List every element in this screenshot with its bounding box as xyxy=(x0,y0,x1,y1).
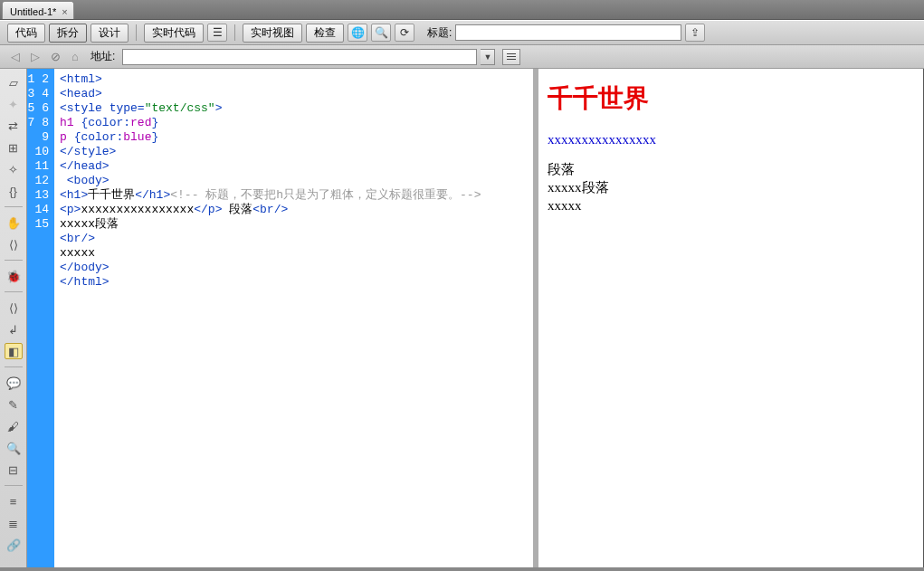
bottom-border xyxy=(0,567,924,571)
live-code-options-icon[interactable]: ☰ xyxy=(207,24,227,42)
inspect-button[interactable]: 检查 xyxy=(306,24,344,43)
globe-icon[interactable]: 🌐 xyxy=(348,24,367,42)
star-icon[interactable]: ✧ xyxy=(5,161,23,177)
address-toolbar: ◁ ▷ ⊘ ⌂ 地址: ▼ xyxy=(0,45,924,69)
title-input[interactable] xyxy=(455,24,681,41)
toolbar-separator xyxy=(136,24,137,41)
comment-edit-icon[interactable]: ✎ xyxy=(5,396,23,413)
address-label: 地址: xyxy=(90,49,115,64)
tag-icon[interactable]: ⟨⟩ xyxy=(5,236,23,252)
ruler-icon[interactable]: ⊟ xyxy=(5,462,23,478)
find-icon[interactable]: 🔍 xyxy=(5,440,23,456)
wand-icon[interactable]: ✦ xyxy=(5,96,23,112)
code-editor[interactable]: <html> <head> <style type="text/css"> h1… xyxy=(54,69,533,567)
title-label: 标题: xyxy=(427,25,452,41)
palette-separator xyxy=(5,366,23,367)
document-tab[interactable]: Untitled-1* × xyxy=(2,1,74,19)
left-palette: ▱ ✦ ⇄ ⊞ ✧ {} ✋ ⟨⟩ 🐞 ⟨⟩ ↲ ◧ 💬 ✎ 🖌 🔍 ⊟ ≡ ≣… xyxy=(0,69,27,567)
stop-icon[interactable]: ⊘ xyxy=(47,49,63,65)
hand-icon[interactable]: ✋ xyxy=(5,214,23,231)
upload-icon[interactable]: ⇪ xyxy=(685,24,705,42)
palette-separator xyxy=(5,206,23,207)
address-input[interactable] xyxy=(122,49,477,65)
preview-options-icon[interactable]: 🔍 xyxy=(371,24,391,42)
live-view-button[interactable]: 实时视图 xyxy=(243,24,302,43)
code-nav-icon[interactable]: ⟨⟩ xyxy=(5,300,23,316)
new-document-icon[interactable]: ▱ xyxy=(5,74,23,90)
list-icon[interactable] xyxy=(502,49,520,65)
bug-icon[interactable]: 🐞 xyxy=(5,268,23,284)
forward-icon[interactable]: ▷ xyxy=(27,49,43,65)
preview-heading: 千千世界 xyxy=(548,81,914,116)
preview-text-line: xxxxx段落 xyxy=(548,178,914,196)
close-icon[interactable]: × xyxy=(62,6,67,17)
preview-paragraph: xxxxxxxxxxxxxxxx xyxy=(548,132,914,148)
grid-icon[interactable]: ⊞ xyxy=(5,139,23,156)
wrap-icon[interactable]: ↲ xyxy=(5,321,23,338)
split-view-button[interactable]: 拆分 xyxy=(49,24,87,43)
braces-icon[interactable]: {} xyxy=(5,183,23,199)
indent-left-icon[interactable]: ≡ xyxy=(5,493,23,509)
home-icon[interactable]: ⌂ xyxy=(67,49,83,65)
preview-text-line: 段落 xyxy=(548,160,914,178)
toolbar-separator xyxy=(234,24,235,41)
indent-right-icon[interactable]: ≣ xyxy=(5,515,23,531)
swap-icon[interactable]: ⇄ xyxy=(5,118,23,134)
brush-icon[interactable]: 🖌 xyxy=(5,418,23,434)
code-view-button[interactable]: 代码 xyxy=(7,24,45,43)
highlight-icon[interactable]: ◧ xyxy=(5,343,23,359)
preview-pane: 千千世界 xxxxxxxxxxxxxxxx 段落 xxxxx段落 xxxxx xyxy=(538,69,923,567)
preview-text-line: xxxxx xyxy=(548,196,914,214)
palette-separator xyxy=(5,291,23,292)
palette-separator xyxy=(5,485,23,486)
back-icon[interactable]: ◁ xyxy=(7,49,24,65)
document-tab-bar: Untitled-1* × xyxy=(0,0,924,20)
code-pane: 1 2 3 4 5 6 7 8 9 10 11 12 13 14 15 <htm… xyxy=(27,69,538,567)
live-code-button[interactable]: 实时代码 xyxy=(144,24,204,43)
design-view-button[interactable]: 设计 xyxy=(90,24,129,43)
comment-icon[interactable]: 💬 xyxy=(5,375,23,391)
address-dropdown-icon[interactable]: ▼ xyxy=(481,49,495,65)
link-icon[interactable]: 🔗 xyxy=(5,537,23,553)
document-tab-title: Untitled-1* xyxy=(10,6,56,17)
workspace: ▱ ✦ ⇄ ⊞ ✧ {} ✋ ⟨⟩ 🐞 ⟨⟩ ↲ ◧ 💬 ✎ 🖌 🔍 ⊟ ≡ ≣… xyxy=(0,69,924,567)
main-toolbar: 代码 拆分 设计 实时代码 ☰ 实时视图 检查 🌐 🔍 ⟳ 标题: ⇪ xyxy=(0,20,924,45)
refresh-icon[interactable]: ⟳ xyxy=(395,24,414,42)
palette-separator xyxy=(5,260,23,261)
line-number-gutter: 1 2 3 4 5 6 7 8 9 10 11 12 13 14 15 xyxy=(27,69,54,567)
